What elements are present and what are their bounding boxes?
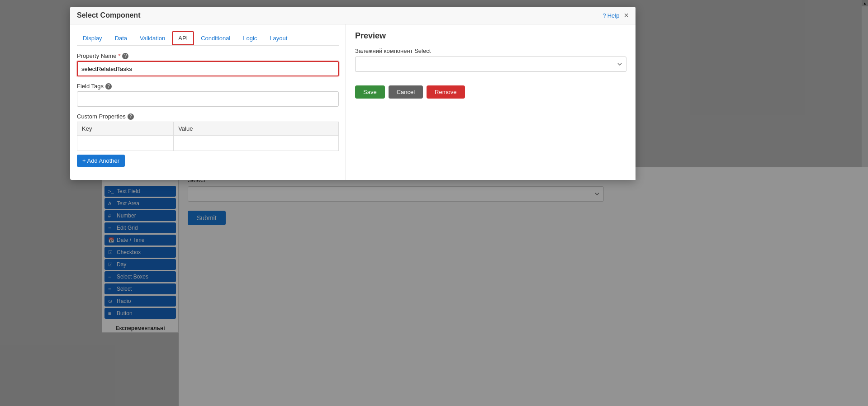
tab-data[interactable]: Data bbox=[109, 31, 133, 45]
custom-properties-table: Key Value bbox=[77, 122, 339, 151]
property-name-info-icon[interactable]: ? bbox=[122, 53, 128, 59]
tab-display[interactable]: Display bbox=[77, 31, 108, 45]
key-column-header: Key bbox=[77, 122, 174, 136]
modal-right-panel: Preview Залежний компонент Select Save C… bbox=[346, 24, 636, 180]
custom-properties-empty-row bbox=[77, 136, 339, 151]
property-name-group: Property Name * ? bbox=[77, 52, 339, 76]
tab-conditional[interactable]: Conditional bbox=[195, 31, 236, 45]
action-cell bbox=[292, 136, 338, 151]
tab-logic[interactable]: Logic bbox=[237, 31, 263, 45]
property-name-input[interactable] bbox=[77, 61, 339, 76]
property-name-label: Property Name * ? bbox=[77, 52, 339, 59]
value-cell bbox=[174, 136, 292, 151]
cancel-button[interactable]: Cancel bbox=[389, 85, 423, 99]
help-link[interactable]: ? Help bbox=[603, 12, 620, 19]
tab-api[interactable]: API bbox=[172, 31, 194, 45]
value-column-header: Value bbox=[174, 122, 292, 136]
modal-header-right: ? Help × bbox=[603, 11, 629, 19]
key-cell bbox=[77, 136, 174, 151]
custom-properties-label: Custom Properties ? bbox=[77, 113, 339, 120]
preview-title: Preview bbox=[355, 31, 626, 41]
modal-title: Select Component bbox=[77, 11, 140, 19]
field-tags-group: Field Tags ? bbox=[77, 83, 339, 107]
tab-layout[interactable]: Layout bbox=[264, 31, 293, 45]
tab-bar: Display Data Validation API Conditional … bbox=[77, 31, 339, 46]
help-icon: ? bbox=[603, 12, 606, 19]
modal-dialog: Select Component ? Help × Display Data V… bbox=[70, 7, 636, 180]
custom-properties-info-icon[interactable]: ? bbox=[128, 113, 134, 120]
modal-left-panel: Display Data Validation API Conditional … bbox=[70, 24, 346, 180]
tab-validation[interactable]: Validation bbox=[134, 31, 171, 45]
field-tags-input[interactable] bbox=[77, 91, 339, 107]
modal-body: Display Data Validation API Conditional … bbox=[70, 24, 636, 180]
save-button[interactable]: Save bbox=[355, 85, 385, 99]
add-another-button[interactable]: + Add Another bbox=[77, 155, 125, 167]
preview-select-dropdown[interactable] bbox=[355, 57, 626, 72]
modal-close-button[interactable]: × bbox=[624, 11, 629, 19]
modal-header: Select Component ? Help × bbox=[70, 7, 636, 24]
action-buttons: Save Cancel Remove bbox=[355, 85, 626, 99]
action-column-header bbox=[292, 122, 338, 136]
required-marker: * bbox=[118, 52, 120, 59]
field-tags-label: Field Tags ? bbox=[77, 83, 339, 90]
field-tags-info-icon[interactable]: ? bbox=[105, 83, 112, 90]
custom-properties-group: Custom Properties ? Key Value bbox=[77, 113, 339, 167]
remove-button[interactable]: Remove bbox=[427, 85, 465, 99]
preview-field-label: Залежний компонент Select bbox=[355, 47, 626, 54]
